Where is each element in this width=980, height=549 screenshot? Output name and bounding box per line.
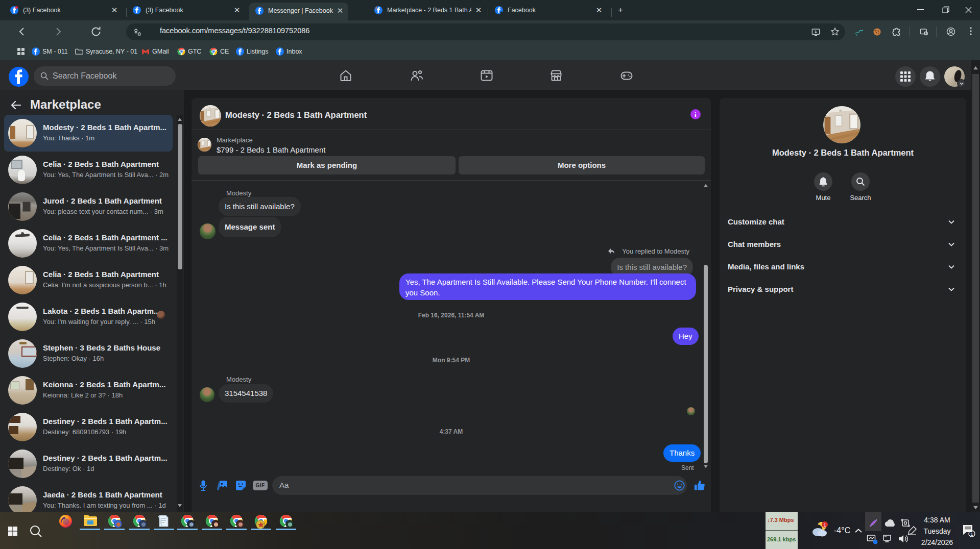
svg-text:1: 1 xyxy=(823,522,826,528)
svg-text:1: 1 xyxy=(970,531,973,537)
